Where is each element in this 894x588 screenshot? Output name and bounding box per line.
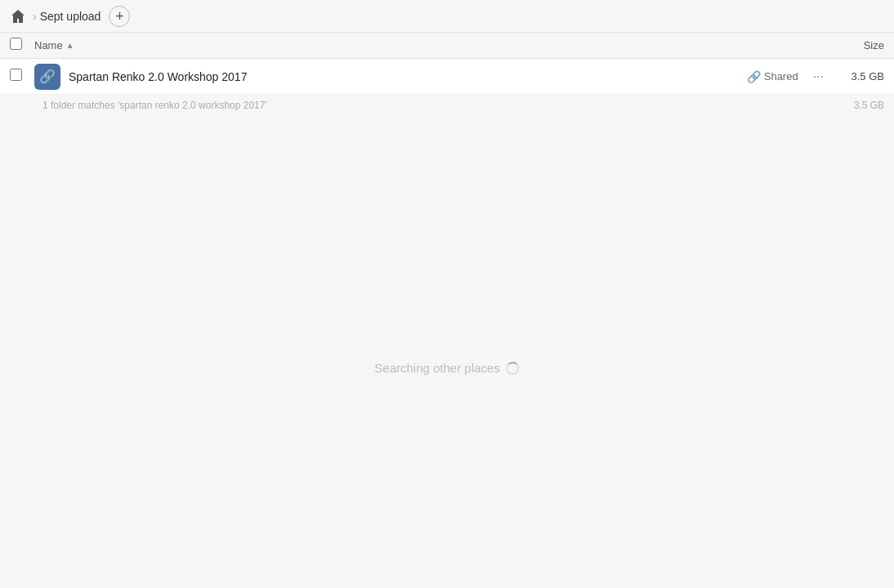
searching-text: Searching other places	[374, 361, 499, 375]
sort-arrow-icon: ▲	[66, 41, 74, 50]
file-meta: 🔗 Shared ···	[747, 68, 829, 86]
summary-row: 1 folder matches 'spartan renko 2.0 work…	[0, 95, 894, 116]
size-column-header: Size	[819, 39, 884, 51]
home-button[interactable]	[10, 8, 26, 24]
select-all-checkbox[interactable]	[10, 38, 22, 50]
summary-size: 3.5 GB	[835, 100, 884, 111]
add-button[interactable]: +	[109, 6, 130, 27]
file-size: 3.5 GB	[835, 70, 884, 82]
folder-link-icon: 🔗	[39, 69, 56, 84]
name-column-header[interactable]: Name ▲	[34, 39, 819, 51]
searching-area: Searching other places	[374, 361, 519, 375]
folder-icon-box: 🔗	[34, 64, 60, 90]
header-checkbox-col	[10, 38, 34, 53]
table-row[interactable]: 🔗 Spartan Renko 2.0 Workshop 2017 🔗 Shar…	[0, 59, 894, 95]
shared-label: Shared	[764, 70, 798, 82]
loading-spinner	[507, 362, 520, 375]
row-checkbox[interactable]	[10, 69, 22, 81]
top-bar: › Sept upload +	[0, 0, 894, 33]
home-icon	[10, 8, 26, 24]
shared-badge: 🔗 Shared	[747, 70, 798, 83]
row-checkbox-col	[10, 69, 34, 84]
summary-text: 1 folder matches 'spartan renko 2.0 work…	[42, 100, 835, 111]
link-icon: 🔗	[747, 70, 761, 83]
more-options-button[interactable]: ···	[808, 68, 829, 86]
file-icon-name: 🔗 Spartan Renko 2.0 Workshop 2017	[34, 64, 747, 90]
table-header: Name ▲ Size	[0, 33, 894, 59]
breadcrumb-chevron: ›	[33, 10, 37, 23]
breadcrumb-folder[interactable]: Sept upload	[40, 10, 101, 23]
file-name: Spartan Renko 2.0 Workshop 2017	[69, 70, 247, 83]
